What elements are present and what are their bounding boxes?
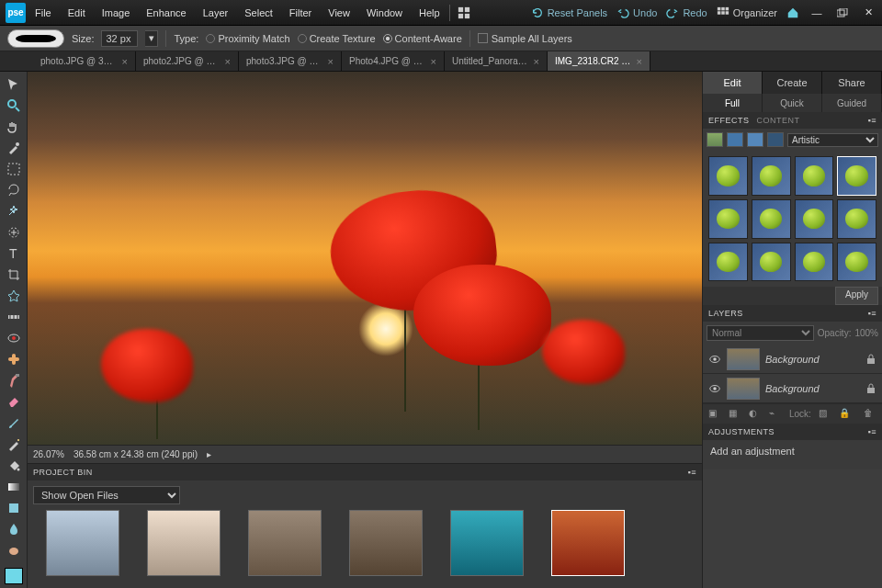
adjustment-icon[interactable]: ◐	[749, 408, 762, 421]
blur-tool[interactable]	[4, 520, 24, 537]
lock-all-icon[interactable]: 🔒	[839, 408, 852, 421]
effect-thumb[interactable]	[752, 156, 791, 196]
flyout-icon[interactable]: ▪≡	[868, 116, 876, 125]
smart-brush-tool[interactable]	[4, 435, 24, 453]
close-icon[interactable]: ×	[328, 56, 334, 67]
zoom-value[interactable]: 26.07%	[33, 449, 64, 459]
effect-thumb[interactable]	[708, 199, 748, 239]
tab-create[interactable]: Create	[763, 72, 822, 94]
flyout-icon[interactable]: ▪≡	[868, 427, 876, 436]
effect-thumb[interactable]	[795, 199, 834, 239]
menu-window[interactable]: Window	[359, 4, 410, 22]
project-thumb[interactable]	[46, 510, 119, 576]
close-icon[interactable]: ×	[225, 56, 231, 67]
canvas-viewport[interactable]	[28, 72, 702, 445]
effect-thumb[interactable]	[752, 243, 791, 282]
menu-edit[interactable]: Edit	[61, 4, 93, 22]
minimize-button[interactable]: —	[808, 6, 825, 19]
size-dropdown[interactable]: ▾	[145, 30, 158, 47]
size-input[interactable]	[101, 30, 138, 47]
document-tab[interactable]: photo2.JPG @ 32.1% ...×	[136, 51, 239, 71]
document-tab[interactable]: photo3.JPG @ 32.1% ...×	[239, 51, 342, 71]
chevron-right-icon[interactable]: ▸	[207, 449, 211, 459]
menu-layer[interactable]: Layer	[196, 4, 236, 22]
menu-help[interactable]: Help	[412, 4, 447, 22]
add-adjustment-link[interactable]: Add an adjustment	[703, 440, 882, 462]
flyout-icon[interactable]: ▪≡	[688, 468, 696, 477]
effect-thumb[interactable]	[752, 199, 791, 239]
tab-share[interactable]: Share	[822, 72, 882, 94]
organizer-button[interactable]: Organizer	[717, 6, 777, 19]
tab-edit[interactable]: Edit	[703, 72, 763, 94]
sponge-tool[interactable]	[4, 541, 24, 559]
redeye-tool[interactable]	[4, 330, 24, 347]
apply-button[interactable]: Apply	[835, 287, 878, 305]
project-thumb[interactable]	[349, 510, 423, 576]
document-tab[interactable]: IMG_2318.CR2 @ 26.1% (RGB/8)×	[548, 51, 650, 71]
document-tab[interactable]: photo.JPG @ 32.1% (R...×	[33, 51, 136, 71]
subtab-full[interactable]: Full	[703, 94, 763, 112]
cookie-cutter-tool[interactable]	[4, 288, 24, 305]
close-icon[interactable]: ×	[431, 56, 436, 67]
close-button[interactable]: ✕	[860, 6, 876, 19]
effect-thumb[interactable]	[837, 156, 876, 196]
quick-select-tool[interactable]	[4, 223, 24, 241]
zoom-tool[interactable]	[4, 96, 24, 114]
content-title[interactable]: CONTENT	[757, 116, 800, 125]
photo-icon[interactable]	[747, 132, 763, 147]
all-icon[interactable]	[767, 132, 784, 147]
foreground-color[interactable]	[5, 568, 23, 584]
eraser-tool[interactable]	[4, 393, 24, 411]
brush-tool[interactable]	[4, 414, 24, 432]
flyout-icon[interactable]: ▪≡	[868, 309, 876, 318]
hand-tool[interactable]	[4, 118, 24, 135]
radio-texture[interactable]: Create Texture	[298, 33, 376, 44]
move-tool[interactable]	[4, 75, 24, 93]
reset-panels-button[interactable]: Reset Panels	[531, 6, 607, 19]
menu-filter[interactable]: Filter	[282, 4, 319, 22]
type-tool[interactable]: T	[4, 245, 24, 263]
layer-row[interactable]: Background	[703, 345, 882, 374]
gradient-tool[interactable]	[4, 478, 24, 495]
menu-select[interactable]: Select	[237, 4, 280, 22]
close-icon[interactable]: ×	[122, 56, 128, 67]
maximize-button[interactable]	[834, 6, 851, 19]
style-icon[interactable]	[727, 132, 743, 147]
visibility-icon[interactable]	[708, 353, 721, 366]
project-thumb[interactable]	[551, 510, 625, 576]
redo-button[interactable]: Redo	[666, 6, 707, 19]
new-group-icon[interactable]: ▦	[729, 408, 741, 421]
layer-row[interactable]: Background	[703, 374, 882, 403]
menu-image[interactable]: Image	[95, 4, 138, 22]
clone-tool[interactable]	[4, 372, 24, 390]
arrange-icon[interactable]	[452, 5, 476, 21]
opacity-value[interactable]: 100%	[854, 328, 878, 338]
subtab-quick[interactable]: Quick	[763, 94, 822, 112]
marquee-tool[interactable]	[4, 160, 24, 177]
magic-wand-tool[interactable]	[4, 202, 24, 220]
project-thumb[interactable]	[450, 510, 524, 576]
effect-thumb[interactable]	[837, 243, 876, 282]
trash-icon[interactable]: 🗑	[864, 408, 876, 421]
effects-title[interactable]: EFFECTS	[708, 116, 750, 125]
new-layer-icon[interactable]: ▣	[708, 408, 721, 421]
eyedropper-tool[interactable]	[4, 139, 24, 156]
home-button[interactable]	[786, 6, 799, 19]
spot-heal-tool[interactable]	[4, 351, 24, 368]
subtab-guided[interactable]: Guided	[822, 94, 882, 112]
effect-thumb[interactable]	[708, 243, 748, 282]
filter-icon[interactable]	[707, 132, 723, 147]
effect-thumb[interactable]	[708, 156, 748, 196]
menu-file[interactable]: File	[28, 4, 59, 22]
effect-thumb[interactable]	[837, 199, 876, 239]
effect-thumb[interactable]	[795, 243, 834, 282]
menu-view[interactable]: View	[321, 4, 357, 22]
blend-mode-dropdown[interactable]: Normal	[707, 325, 814, 341]
crop-tool[interactable]	[4, 266, 24, 284]
bucket-tool[interactable]	[4, 457, 24, 474]
effect-thumb[interactable]	[795, 156, 834, 196]
lock-trans-icon[interactable]: ▨	[819, 408, 831, 421]
document-tab[interactable]: Untitled_Panorama1×	[445, 51, 548, 71]
close-icon[interactable]: ×	[534, 56, 539, 67]
category-dropdown[interactable]: Artistic	[787, 133, 878, 147]
